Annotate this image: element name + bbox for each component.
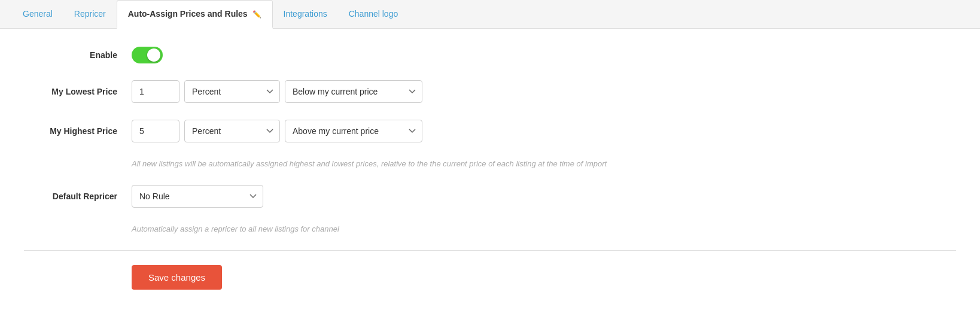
save-button[interactable]: Save changes xyxy=(132,265,222,290)
tab-auto-assign[interactable]: Auto-Assign Prices and Rules ✏️ xyxy=(117,0,273,29)
lowest-price-label: My Lowest Price xyxy=(24,87,132,96)
lowest-price-row: My Lowest Price Percent Fixed Amount Bel… xyxy=(24,80,956,103)
tab-general[interactable]: General xyxy=(12,1,63,29)
highest-price-controls: Percent Fixed Amount Above my current pr… xyxy=(132,120,422,142)
default-repricer-controls: No Rule xyxy=(132,185,263,208)
section-divider xyxy=(24,250,956,251)
edit-icon: ✏️ xyxy=(252,10,261,19)
toggle-slider xyxy=(132,47,163,63)
default-repricer-select[interactable]: No Rule xyxy=(132,185,263,208)
enable-row: Enable xyxy=(24,47,956,63)
highest-price-label: My Highest Price xyxy=(24,126,132,136)
lowest-price-input[interactable] xyxy=(132,80,179,103)
lowest-price-controls: Percent Fixed Amount Below my current pr… xyxy=(132,80,422,103)
highest-price-helper: All new listings will be automatically a… xyxy=(132,159,956,168)
tab-channel-logo[interactable]: Channel logo xyxy=(338,1,409,29)
default-repricer-section: Default Repricer No Rule Automatically a… xyxy=(24,185,956,233)
lowest-price-ref-select[interactable]: Below my current price Above my current … xyxy=(285,80,422,103)
highest-price-input[interactable] xyxy=(132,120,179,142)
tab-auto-assign-label: Auto-Assign Prices and Rules xyxy=(128,9,248,19)
highest-price-row: My Highest Price Percent Fixed Amount Ab… xyxy=(24,120,956,142)
enable-label: Enable xyxy=(24,50,132,60)
default-repricer-row: Default Repricer No Rule xyxy=(24,185,956,208)
highest-price-section: My Highest Price Percent Fixed Amount Ab… xyxy=(24,120,956,168)
tab-repricer[interactable]: Repricer xyxy=(63,1,117,29)
highest-price-ref-select[interactable]: Above my current price Below my current … xyxy=(285,120,422,142)
lowest-price-type-select[interactable]: Percent Fixed Amount xyxy=(184,80,280,103)
tabs-bar: General Repricer Auto-Assign Prices and … xyxy=(0,0,980,29)
page-wrapper: General Repricer Auto-Assign Prices and … xyxy=(0,0,980,310)
default-repricer-helper: Automatically assign a repricer to all n… xyxy=(132,224,956,233)
default-repricer-label: Default Repricer xyxy=(24,192,132,201)
highest-price-type-select[interactable]: Percent Fixed Amount xyxy=(184,120,280,142)
content-area: Enable My Lowest Price Percent Fixed Amo… xyxy=(0,29,980,310)
lowest-price-section: My Lowest Price Percent Fixed Amount Bel… xyxy=(24,80,956,103)
enable-toggle[interactable] xyxy=(132,47,163,63)
tab-integrations[interactable]: Integrations xyxy=(273,1,338,29)
